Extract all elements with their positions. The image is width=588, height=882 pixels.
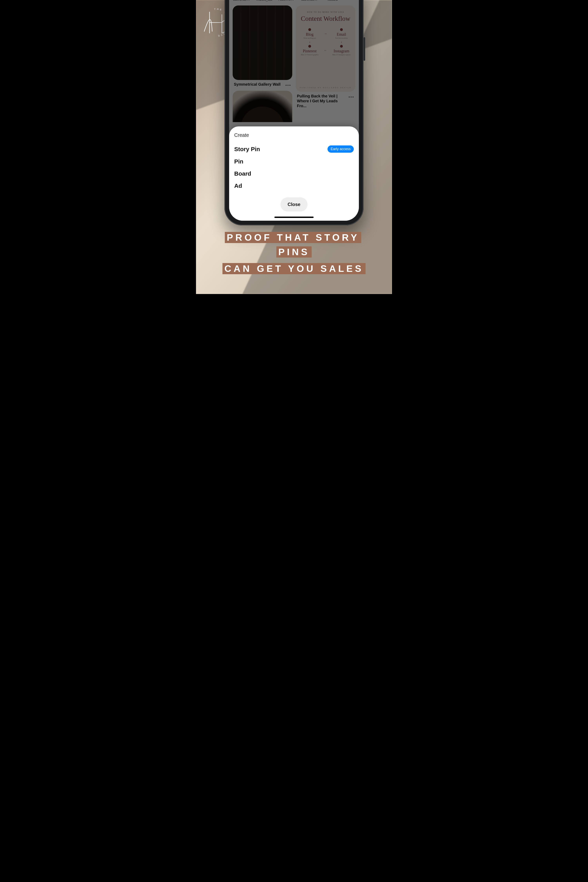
create-option-board[interactable]: Board xyxy=(234,168,354,180)
create-option-ad[interactable]: Ad xyxy=(234,180,354,192)
sheet-heading: Create xyxy=(234,132,354,138)
caption-line-1: PROOF THAT STORY PINS xyxy=(225,232,361,258)
create-sheet: Create Story Pin Early access Pin Board … xyxy=(229,126,359,221)
early-access-badge: Early access xyxy=(327,146,354,153)
promo-graphic: THE HALCYON HIVE saffronavenuemizuki_tao… xyxy=(196,0,392,294)
option-label: Story Pin xyxy=(234,146,260,153)
phone-screen: saffronavenuemizuki_taoAisleTrendsby...l… xyxy=(229,0,359,221)
caption-line-2: CAN GET YOU SALES xyxy=(222,263,366,274)
headline-caption: PROOF THAT STORY PINS CAN GET YOU SALES xyxy=(196,230,392,276)
option-label: Pin xyxy=(234,158,243,165)
create-option-pin[interactable]: Pin xyxy=(234,155,354,168)
close-button[interactable]: Close xyxy=(280,197,308,212)
create-option-story-pin[interactable]: Story Pin Early access xyxy=(234,143,354,155)
home-indicator[interactable] xyxy=(274,217,314,218)
phone-frame: saffronavenuemizuki_taoAisleTrendsby...l… xyxy=(224,0,364,225)
option-label: Board xyxy=(234,170,251,177)
option-label: Ad xyxy=(234,183,242,189)
